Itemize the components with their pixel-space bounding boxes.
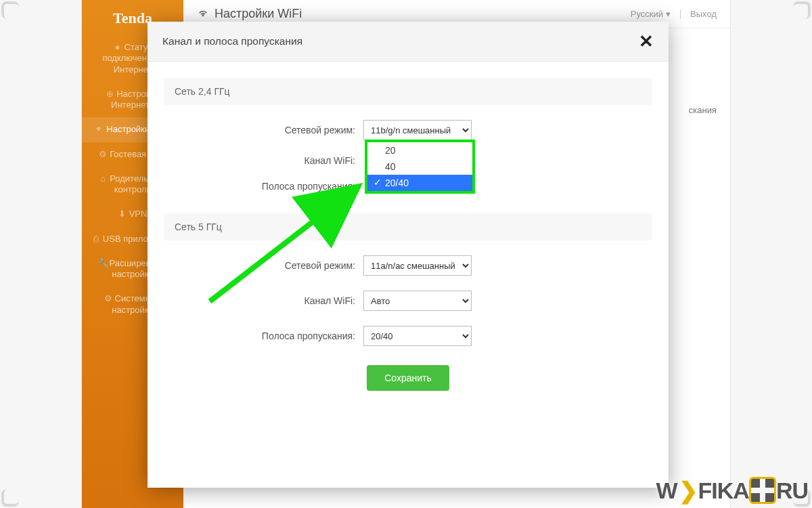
row-mode-5: Сетевой режим: 11a/n/ac смешанный: [164, 255, 652, 276]
language-label: Русский: [631, 9, 663, 19]
label-mode-5: Сетевой режим:: [164, 260, 363, 271]
label-channel-5: Канал WiFi:: [164, 295, 363, 306]
modal-title: Канал и полоса пропускания: [162, 35, 302, 47]
sidebar-icon: ᯤ: [95, 124, 104, 135]
language-selector[interactable]: Русский ▾: [631, 9, 671, 19]
divider: [680, 9, 681, 19]
bandwidth-dropdown-open[interactable]: 204020/40: [365, 140, 475, 194]
section-header-5ghz: Сеть 5 ГГц: [164, 213, 652, 240]
sidebar-icon: ⎙: [92, 234, 100, 245]
page-title: Настройки WiFi: [215, 7, 302, 21]
select-mode-5[interactable]: 11a/n/ac смешанный: [363, 255, 472, 276]
logout-link[interactable]: Выход: [690, 9, 717, 19]
sidebar-icon: ⚙: [104, 293, 112, 304]
sidebar-icon: ⬇: [118, 209, 127, 219]
wifi-icon: [197, 7, 209, 22]
label-mode-24: Сетевой режим:: [164, 125, 363, 135]
close-icon[interactable]: ✕: [639, 33, 654, 50]
sidebar-icon: ⌂: [99, 173, 107, 184]
save-button[interactable]: Сохранить: [367, 365, 449, 391]
label-channel-24: Канал WiFi:: [164, 155, 363, 166]
sidebar-item-label: VPN: [129, 209, 148, 219]
sidebar-icon: ●: [113, 42, 121, 53]
qr-icon: [750, 478, 775, 503]
dropdown-option[interactable]: 20/40: [367, 175, 472, 191]
dropdown-option[interactable]: 40: [367, 158, 472, 175]
label-width-24: Полоса пропускания:: [164, 181, 363, 192]
select-width-5[interactable]: 20/40: [363, 326, 472, 346]
row-mode-24: Сетевой режим: 11b/g/n смешанный: [164, 120, 652, 140]
sidebar-icon: ⚙: [99, 149, 107, 160]
channel-bandwidth-modal: Канал и полоса пропускания ✕ Сеть 2,4 ГГ…: [148, 22, 669, 488]
row-width-5: Полоса пропускания: 20/40: [164, 326, 652, 346]
sidebar-icon: ⊕: [106, 89, 114, 100]
sidebar-icon: 🔧: [98, 258, 106, 269]
chevron-down-icon: ▾: [666, 9, 671, 19]
background-text-fragment: скания: [689, 105, 717, 115]
section-header-24ghz: Сеть 2,4 ГГц: [164, 78, 652, 105]
dropdown-option[interactable]: 20: [367, 142, 472, 158]
modal-header: Канал и полоса пропускания ✕: [148, 22, 669, 62]
label-width-5: Полоса пропускания:: [164, 331, 363, 341]
select-mode-24[interactable]: 11b/g/n смешанный: [363, 120, 472, 140]
watermark: W❯FIKA RU: [656, 477, 808, 504]
row-channel-5: Канал WiFi: Авто: [164, 291, 652, 311]
select-channel-5[interactable]: Авто: [363, 291, 472, 311]
